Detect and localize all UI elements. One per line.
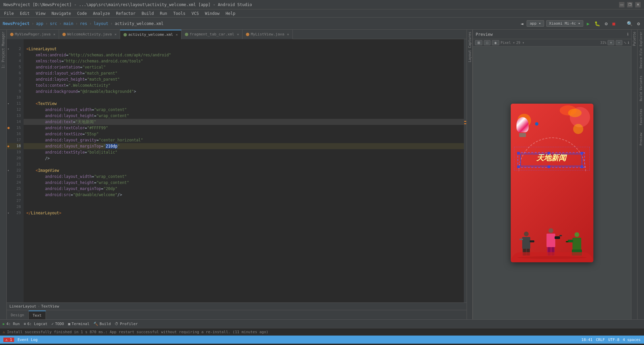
breadcrumb-textview[interactable]: TextView xyxy=(41,304,59,309)
preview-panel: Preview ℹ ⊞ □ ◈ Pixel ▾ 29 ▾ 31% + − ⤡ ℹ xyxy=(473,30,631,319)
line-17: 17 xyxy=(7,137,21,143)
cloud-2 xyxy=(568,109,582,117)
tab-fragment-tab-car[interactable]: fragment_tab_car.xml ✕ xyxy=(181,30,243,39)
run-item-run[interactable]: ▶ 4: Run xyxy=(3,322,20,326)
code-line-28 xyxy=(24,204,464,210)
breadcrumb-main[interactable]: main xyxy=(64,21,74,26)
status-charset[interactable]: UTF-8 xyxy=(608,338,619,342)
tab-close-icon3[interactable]: ✕ xyxy=(237,32,239,36)
menu-file[interactable]: File xyxy=(1,10,17,17)
tab-activity-welcome-xml[interactable]: activity_welcome.xml ✕ xyxy=(120,30,181,39)
menu-bar: File Edit View Navigate Code Analyze Ref… xyxy=(0,9,644,18)
breadcrumb-app[interactable]: app xyxy=(36,21,44,26)
tab-text[interactable]: Text xyxy=(29,311,46,319)
photographer-2 xyxy=(547,228,555,256)
menu-vcs[interactable]: VCS xyxy=(189,10,202,17)
tab-mylistview[interactable]: MyListView.java ✕ xyxy=(243,30,292,39)
menu-build[interactable]: Build xyxy=(139,10,157,17)
line-5: 5 xyxy=(7,64,21,70)
menu-view[interactable]: View xyxy=(33,10,48,17)
close-button[interactable]: ✕ xyxy=(635,2,641,7)
preview-mode-button[interactable]: ⊞ xyxy=(475,40,482,45)
search-everywhere-icon[interactable]: 🔍 xyxy=(625,20,634,27)
breadcrumb-project[interactable]: NewsProject xyxy=(3,21,29,26)
menu-refactor[interactable]: Refactor xyxy=(113,10,138,17)
info-message: Install successfully finished in 1 s 870… xyxy=(7,330,269,334)
breadcrumb-file[interactable]: activity_welcome.xml xyxy=(115,21,164,26)
code-line-26: android:src="@drawable/welcome"/> xyxy=(24,192,464,198)
tab-design[interactable]: Design xyxy=(7,311,29,319)
run-label: 4: Run xyxy=(6,322,20,326)
code-content[interactable]: <LinearLayout xmlns:android="http://sche… xyxy=(24,39,464,302)
device-file-explorer-label[interactable]: Device File Explorer xyxy=(638,30,644,70)
phone-preview: 天地新闻 xyxy=(511,104,593,262)
tab-label-active: activity_welcome.xml xyxy=(128,32,173,37)
main-toolbar: NewsProject › app › src › main › res › l… xyxy=(0,18,644,30)
back-nav-icon[interactable]: ◄ xyxy=(519,20,525,27)
line-13: 13 xyxy=(7,113,21,119)
stop-button[interactable]: ■ xyxy=(611,20,616,27)
breadcrumb-res[interactable]: res xyxy=(80,21,87,26)
tab-close-icon-active[interactable]: ✕ xyxy=(176,33,178,36)
run-item-profiler[interactable]: ⏱ Profiler xyxy=(115,322,138,326)
settings-icon[interactable]: ⚙ xyxy=(636,20,641,27)
menu-window[interactable]: Window xyxy=(202,10,222,17)
menu-tools[interactable]: Tools xyxy=(171,10,188,17)
preview-fit-button[interactable]: ⤡ xyxy=(624,41,626,45)
preview-info-btn[interactable]: ℹ xyxy=(628,41,629,45)
run-item-build[interactable]: 🔨 Build xyxy=(93,322,111,326)
code-line-13: android:layout_height="wrap_content" xyxy=(24,113,464,119)
run-item-logcat[interactable]: ≡ 6: Logcat xyxy=(24,322,47,326)
preview-side-label[interactable]: Preview xyxy=(638,131,644,148)
breadcrumb-src[interactable]: src xyxy=(50,21,57,26)
maximize-button[interactable]: ❐ xyxy=(627,2,633,7)
sidebar-project-manager[interactable]: 1: Project Manager xyxy=(0,30,6,70)
breadcrumb-linearlayout[interactable]: LinearLayout xyxy=(9,304,36,309)
preview-zoom-in[interactable]: + xyxy=(608,40,614,45)
code-line-25: android:layout_marginTop="20dp" xyxy=(24,186,464,192)
line-26: 26 xyxy=(7,192,21,198)
preview-blueprint-button[interactable]: □ xyxy=(484,40,491,45)
line-21: 21 xyxy=(7,161,21,167)
build-variants-label[interactable]: Build Variants xyxy=(638,74,644,103)
photographer-group xyxy=(511,202,593,256)
line-2[interactable]: 2▾ xyxy=(7,46,21,52)
palette-label[interactable]: Palette xyxy=(632,30,637,48)
menu-navigate[interactable]: Navigate xyxy=(49,10,74,17)
info-bar: ⚠ Install successfully finished in 1 s 8… xyxy=(0,328,644,336)
tab-close-icon[interactable]: ✕ xyxy=(53,32,55,36)
code-line-29: </LinearLayout> xyxy=(24,210,464,216)
favorites-label[interactable]: Favorites xyxy=(638,107,644,127)
line-3: 3 xyxy=(7,52,21,58)
layout-captures-label[interactable]: Layout Captures xyxy=(467,30,473,64)
debug-button[interactable]: 🐛 xyxy=(593,20,601,27)
line-25: 25 xyxy=(7,186,21,192)
event-log-link[interactable]: Event Log xyxy=(18,338,38,342)
run-item-todo[interactable]: ✓ TODO xyxy=(52,322,64,326)
tab-welcomeactivity[interactable]: WelcomeActivity.java ✕ xyxy=(59,30,120,39)
code-line-1 xyxy=(24,40,464,46)
run-item-terminal[interactable]: ▣ Terminal xyxy=(68,322,90,326)
tab-myviewpager[interactable]: MyViewPager.java ✕ xyxy=(7,30,59,39)
menu-run[interactable]: Run xyxy=(157,10,170,17)
status-line-ending[interactable]: CRLF xyxy=(596,338,605,342)
breadcrumb-layout[interactable]: layout xyxy=(94,21,108,26)
preview-info-icon[interactable]: ℹ xyxy=(627,32,628,36)
menu-analyze[interactable]: Analyze xyxy=(90,10,113,17)
preview-toolbar: ⊞ □ ◈ Pixel ▾ 29 ▾ 31% + − ⤡ ℹ xyxy=(473,39,631,47)
attach-debugger-icon[interactable]: ⚙ xyxy=(604,20,609,27)
run-config-selector[interactable]: app ▾ xyxy=(527,20,544,27)
tab-close-icon4[interactable]: ✕ xyxy=(287,32,289,36)
menu-edit[interactable]: Edit xyxy=(17,10,32,17)
run-button[interactable]: ▶ xyxy=(585,20,591,27)
menu-code[interactable]: Code xyxy=(75,10,90,17)
status-indent[interactable]: 4 spaces xyxy=(623,338,641,342)
menu-help[interactable]: Help xyxy=(223,10,238,17)
status-bar: ⚠ 1 Event Log 18:41 CRLF UTF-8 4 spaces xyxy=(0,336,644,344)
tab-close-icon2[interactable]: ✕ xyxy=(114,32,116,36)
code-line-22: <ImageView xyxy=(24,167,464,174)
device-selector[interactable]: Xiaomi Mi-4c ▾ xyxy=(546,20,584,27)
preview-zoom-out[interactable]: − xyxy=(616,40,622,45)
minimize-button[interactable]: — xyxy=(619,2,624,7)
preview-render-button[interactable]: ◈ xyxy=(492,40,499,45)
